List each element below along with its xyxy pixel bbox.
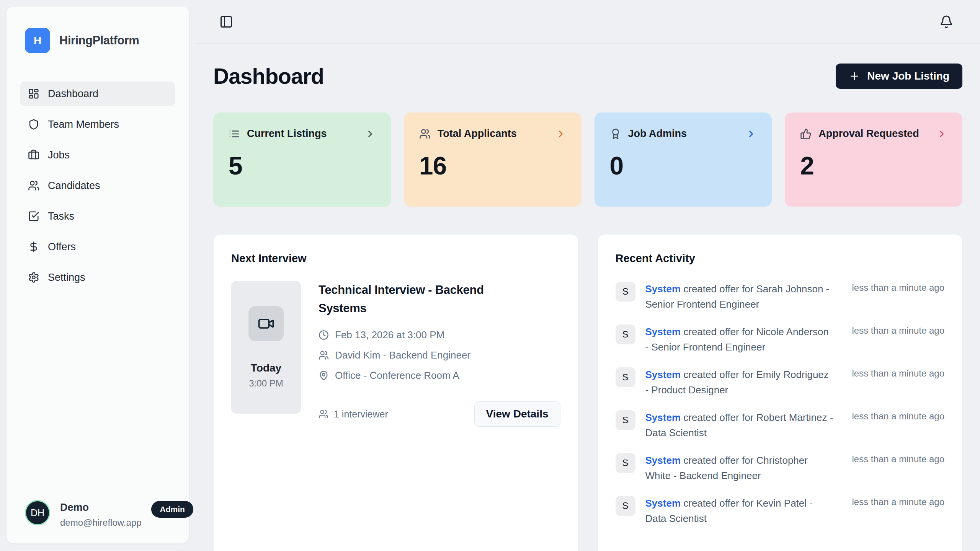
sidebar-item-candidates[interactable]: Candidates (20, 173, 175, 198)
users-icon (28, 180, 39, 191)
activity-actor-link[interactable]: System (645, 497, 681, 509)
app-root: H HiringPlatform Dashboard Team Members (0, 0, 980, 551)
activity-actor-link[interactable]: System (645, 283, 681, 295)
sidebar-nav: Dashboard Team Members Jobs Candidates (20, 82, 175, 296)
interview-day-label: Today (251, 362, 281, 374)
interview-datetime-row: Feb 13, 2026 at 3:00 PM (318, 329, 560, 341)
activity-actor-link[interactable]: System (645, 455, 681, 466)
page-title: Dashboard (213, 64, 324, 89)
interview-event-title: Technical Interview - Backend Systems (318, 281, 510, 318)
stat-value: 5 (229, 151, 376, 180)
users-icon (318, 409, 328, 419)
activity-text: System created offer for Emily Rodriguez… (645, 367, 834, 398)
users-icon (419, 128, 431, 140)
interview-candidate: David Kim - Backend Engineer (335, 349, 470, 361)
next-interview-panel: Next Interview Today 3:00 PM (213, 234, 578, 551)
activity-item: S System created offer for Nicole Anders… (616, 324, 945, 355)
sidebar-item-offers[interactable]: Offers (20, 235, 175, 259)
activity-item: S System created offer for Emily Rodrigu… (616, 367, 945, 398)
interview-footer: 1 interviewer View Details (318, 401, 560, 427)
activity-timestamp: less than a minute ago (852, 496, 945, 507)
square-check-icon (28, 210, 39, 222)
next-interview-title: Next Interview (231, 252, 560, 265)
stat-card-header: Job Admins (610, 128, 757, 140)
sidebar-item-tasks[interactable]: Tasks (20, 204, 175, 228)
activity-actor-link[interactable]: System (645, 326, 681, 337)
stat-value: 2 (800, 151, 947, 180)
interview-location: Office - Conference Room A (335, 370, 459, 381)
activity-text: System created offer for Robert Martinez… (645, 410, 834, 440)
interview-location-row: Office - Conference Room A (318, 370, 560, 381)
sidebar-item-label: Tasks (48, 210, 74, 222)
activity-timestamp: less than a minute ago (852, 410, 945, 422)
sidebar-item-settings[interactable]: Settings (20, 265, 175, 290)
view-details-button[interactable]: View Details (474, 401, 560, 427)
chevron-right-icon (555, 129, 566, 139)
activity-item: S System created offer for Kevin Patel -… (616, 496, 945, 526)
activity-text: System created offer for Sarah Johnson -… (645, 282, 834, 312)
stat-card-job-admins[interactable]: Job Admins 0 (595, 112, 772, 207)
briefcase-icon (28, 149, 39, 161)
shield-icon (28, 119, 39, 130)
stat-value: 0 (610, 151, 757, 180)
sidebar-item-team-members[interactable]: Team Members (20, 112, 175, 137)
interview-time-label: 3:00 PM (249, 378, 283, 389)
activity-timestamp: less than a minute ago (852, 367, 945, 379)
user-name: Demo (60, 502, 141, 514)
next-interview-body: Today 3:00 PM Technical Interview - Back… (231, 281, 560, 427)
user-menu[interactable]: DH Demo demo@hireflow.app Admin (20, 500, 175, 528)
stat-card-current-listings[interactable]: Current Listings 5 (213, 112, 391, 207)
activity-timestamp: less than a minute ago (852, 282, 945, 293)
new-job-listing-button[interactable]: New Job Listing (836, 64, 962, 89)
activity-timestamp: less than a minute ago (852, 453, 945, 465)
notifications-button[interactable] (939, 15, 953, 29)
recent-activity-panel: Recent Activity S System created offer f… (598, 234, 963, 551)
activity-text: System created offer for Kevin Patel - D… (645, 496, 834, 526)
stat-card-approval-requested[interactable]: Approval Requested 2 (785, 112, 962, 207)
activity-text: System created offer for Nicole Anderson… (645, 324, 834, 355)
sidebar-item-label: Jobs (48, 149, 70, 161)
app-logo: H HiringPlatform (20, 28, 175, 53)
stat-label: Current Listings (247, 128, 327, 140)
sidebar: H HiringPlatform Dashboard Team Members (6, 6, 189, 544)
panel-left-icon (219, 15, 233, 29)
activity-item: S System created offer for Robert Martin… (616, 410, 945, 440)
sidebar-item-label: Candidates (48, 180, 100, 192)
interview-details: Technical Interview - Backend Systems Fe… (318, 281, 560, 427)
activity-item: S System created offer for Sarah Johnson… (616, 282, 945, 312)
activity-text: System created offer for Christopher Whi… (645, 453, 834, 483)
activity-avatar: S (616, 453, 635, 473)
stat-card-header: Current Listings (229, 128, 376, 140)
sidebar-item-jobs[interactable]: Jobs (20, 143, 175, 167)
bell-icon (939, 15, 953, 29)
stat-card-header: Total Applicants (419, 128, 566, 140)
dollar-sign-icon (28, 241, 39, 253)
page-header: Dashboard New Job Listing (213, 64, 962, 89)
interview-date-tile: Today 3:00 PM (231, 281, 301, 414)
interviewer-count-label: 1 interviewer (334, 409, 388, 420)
chevron-right-icon (746, 129, 756, 139)
chevron-right-icon (365, 129, 376, 139)
user-info: Demo demo@hireflow.app (60, 500, 141, 528)
panels-row: Next Interview Today 3:00 PM (213, 234, 962, 551)
activity-avatar: S (616, 410, 635, 430)
plus-icon (849, 70, 860, 82)
video-camera-icon (258, 315, 274, 332)
list-icon (229, 128, 240, 140)
sidebar-item-label: Dashboard (48, 88, 98, 100)
map-pin-icon (318, 370, 329, 381)
sidebar-toggle-button[interactable] (219, 15, 233, 29)
interviewer-count: 1 interviewer (318, 409, 388, 420)
gear-icon (28, 272, 39, 283)
activity-actor-link[interactable]: System (645, 412, 681, 423)
new-job-listing-label: New Job Listing (867, 70, 949, 82)
stat-card-total-applicants[interactable]: Total Applicants 16 (404, 112, 581, 207)
activity-actor-link[interactable]: System (645, 369, 681, 380)
activity-avatar: S (616, 282, 635, 302)
stats-row: Current Listings 5 Total Applicants (213, 112, 962, 207)
thumbs-up-icon (800, 128, 812, 140)
interview-candidate-row: David Kim - Backend Engineer (318, 349, 560, 361)
activity-avatar: S (616, 496, 635, 516)
stat-card-header: Approval Requested (800, 128, 947, 140)
sidebar-item-dashboard[interactable]: Dashboard (20, 82, 175, 106)
